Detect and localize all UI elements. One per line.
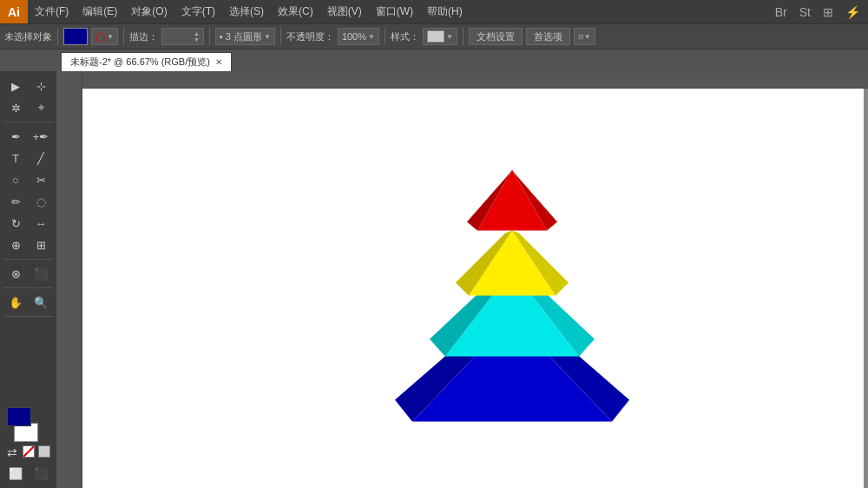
color-mode-icon[interactable] <box>38 445 50 458</box>
direct-select-tool[interactable]: ⊹ <box>29 76 53 96</box>
menu-items: 文件(F) 编辑(E) 对象(O) 文字(T) 选择(S) 效果(C) 视图(V… <box>28 0 470 23</box>
ruler-horizontal <box>82 71 868 89</box>
ai-logo: Ai <box>0 0 28 23</box>
opacity-label: 不透明度： <box>286 30 334 43</box>
scissors-tool[interactable]: ✂ <box>29 169 53 190</box>
tool-row-7: ↻ ↔ <box>3 213 53 234</box>
stroke-value-dropdown[interactable]: ▲▼ <box>161 28 204 45</box>
toolbar-sep-5 <box>385 28 385 45</box>
magic-wand-tool[interactable]: ✲ <box>3 97 28 118</box>
graph-tool[interactable]: ⬛ <box>29 263 53 284</box>
zoom-tool[interactable]: 🔍 <box>29 292 53 313</box>
tool-sep-4 <box>4 316 53 317</box>
pen-tool[interactable]: ✒ <box>3 126 28 147</box>
menu-object[interactable]: 对象(O) <box>124 0 174 23</box>
full-screen-mode[interactable]: ⬛ <box>29 463 53 484</box>
canvas-area <box>56 71 868 488</box>
tool-row-4: T ╱ <box>3 148 53 168</box>
add-anchor-tool[interactable]: +✒ <box>29 126 53 147</box>
select-tool[interactable]: ▶ <box>3 76 28 96</box>
pyramid-svg <box>386 144 638 431</box>
swatch-row: ⇄ <box>4 445 52 458</box>
tool-row-5: ○ ✂ <box>3 169 53 190</box>
color-section: ⇄ <box>0 403 56 462</box>
canvas[interactable] <box>82 89 864 488</box>
color-swatches <box>7 407 50 442</box>
tool-row-1: ▶ ⊹ <box>3 76 53 96</box>
menu-view[interactable]: 视图(V) <box>320 0 369 23</box>
lasso-tool[interactable]: ⌖ <box>29 97 53 118</box>
menu-select[interactable]: 选择(S) <box>222 0 271 23</box>
extras-dropdown[interactable]: ⊟▼ <box>574 28 595 45</box>
ruler-vertical <box>56 71 82 488</box>
tool-sep-1 <box>4 122 53 122</box>
tool-row-6: ✏ ◌ <box>3 191 53 212</box>
tool-row-8: ⊕ ⊞ <box>3 234 53 255</box>
no-fill-icon[interactable] <box>23 445 35 458</box>
menu-right: Br St ⊞ ⚡ <box>772 3 868 21</box>
menu-effect[interactable]: 效果(C) <box>271 0 320 23</box>
tab-close-1[interactable]: ✕ <box>215 57 222 67</box>
point-type-label: • 3 点圆形 <box>220 30 262 43</box>
menu-help[interactable]: 帮助(H) <box>420 0 470 23</box>
style-label: 样式： <box>391 30 419 43</box>
opacity-value: 100% <box>342 31 366 42</box>
pyramid-container <box>386 144 638 433</box>
ellipse-tool[interactable]: ○ <box>3 169 28 190</box>
free-transform-tool[interactable]: ⊞ <box>29 234 53 255</box>
rotate-tool[interactable]: ↻ <box>3 213 28 234</box>
selection-label: 未选择对象 <box>4 30 52 43</box>
reflect-tool[interactable]: ↔ <box>29 213 53 234</box>
tool-sep-2 <box>4 259 53 260</box>
foreground-color-swatch[interactable] <box>7 407 31 426</box>
switcher-icon[interactable]: ⊞ <box>819 3 837 21</box>
stroke-dropdown[interactable]: ⬡ ▼ <box>91 28 118 45</box>
normal-screen-mode[interactable]: ⬜ <box>3 463 28 484</box>
tool-sep-3 <box>4 287 53 288</box>
bridge-icon[interactable]: Br <box>772 3 791 21</box>
stroke-label: 描边： <box>129 30 158 43</box>
menu-window[interactable]: 窗口(W) <box>369 0 420 23</box>
swap-colors-icon[interactable]: ⇄ <box>7 445 19 458</box>
lightning-icon[interactable]: ⚡ <box>842 3 864 21</box>
menu-file[interactable]: 文件(F) <box>28 0 76 23</box>
tool-row-2: ✲ ⌖ <box>3 97 53 118</box>
hand-tool[interactable]: ✋ <box>3 292 28 313</box>
line-tool[interactable]: ╱ <box>29 148 53 168</box>
doc-tab-1[interactable]: 未标题-2* @ 66.67% (RGB/预览) ✕ <box>61 52 232 71</box>
fill-color-box[interactable] <box>63 28 88 45</box>
preferences-button[interactable]: 首选项 <box>526 28 570 45</box>
toolbar-sep-6 <box>463 28 464 45</box>
tabsbar: 未标题-2* @ 66.67% (RGB/预览) ✕ <box>0 49 868 71</box>
warp-tool[interactable]: ⊕ <box>3 234 28 255</box>
menubar: Ai 文件(F) 编辑(E) 对象(O) 文字(T) 选择(S) 效果(C) 视… <box>0 0 868 23</box>
tab-label-1: 未标题-2* @ 66.67% (RGB/预览) <box>70 56 210 69</box>
menu-text[interactable]: 文字(T) <box>174 0 222 23</box>
toolbar-sep-4 <box>280 28 281 45</box>
blob-tool[interactable]: ◌ <box>29 191 53 212</box>
stock-icon[interactable]: St <box>796 3 814 21</box>
toolbar: 未选择对象 ⬡ ▼ 描边： ▲▼ • 3 点圆形 ▼ 不透明度： 100% ▼ … <box>0 23 868 49</box>
toolbar-sep-3 <box>209 28 210 45</box>
toolbar-sep-1 <box>57 28 58 45</box>
opacity-dropdown[interactable]: 100% ▼ <box>338 28 379 45</box>
paintbrush-tool[interactable]: ✏ <box>3 191 28 212</box>
main-area: ▶ ⊹ ✲ ⌖ ✒ +✒ T ╱ ○ ✂ ✏ ◌ ↻ ↔ ⊕ ⊞ <box>0 71 868 488</box>
style-dropdown[interactable]: ▼ <box>423 28 457 45</box>
tool-row-10: ✋ 🔍 <box>3 292 53 313</box>
tool-row-3: ✒ +✒ <box>3 126 53 147</box>
tool-row-last: ⬜ ⬛ <box>3 463 53 484</box>
toolbar-sep-2 <box>123 28 124 45</box>
text-tool[interactable]: T <box>3 148 28 168</box>
doc-settings-button[interactable]: 文档设置 <box>469 28 523 45</box>
point-type-dropdown[interactable]: • 3 点圆形 ▼ <box>215 28 275 45</box>
tool-row-9: ⊗ ⬛ <box>3 263 53 284</box>
left-toolbar: ▶ ⊹ ✲ ⌖ ✒ +✒ T ╱ ○ ✂ ✏ ◌ ↻ ↔ ⊕ ⊞ <box>0 71 56 488</box>
symbol-tool[interactable]: ⊗ <box>3 263 28 284</box>
menu-edit[interactable]: 编辑(E) <box>76 0 124 23</box>
